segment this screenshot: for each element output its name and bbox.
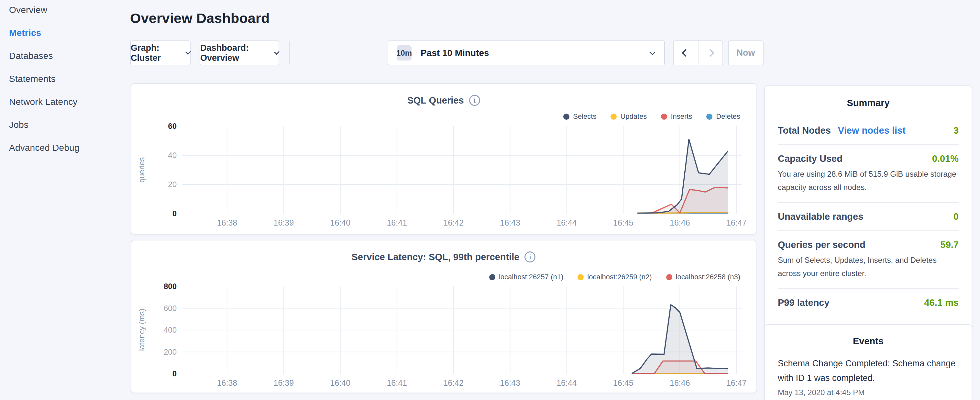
- events-title: Events: [778, 325, 959, 348]
- sidebar-item-jobs[interactable]: Jobs: [9, 120, 126, 130]
- page-title: Overview Dashboard: [130, 10, 269, 26]
- y-tick-label: 0: [172, 369, 177, 378]
- x-tick-label: 16:42: [443, 218, 464, 228]
- chart-title: SQL Queries: [407, 95, 464, 106]
- info-icon[interactable]: i: [525, 252, 535, 263]
- chevron-down-icon: [649, 49, 655, 55]
- x-tick-label: 16:45: [613, 378, 633, 388]
- x-tick-label: 16:44: [557, 218, 577, 228]
- sidebar-item-statements[interactable]: Statements: [9, 74, 126, 84]
- y-axis-ticks: 0200400600800: [141, 287, 177, 374]
- x-tick-label: 16:47: [726, 218, 747, 228]
- summary-rows: Total NodesView nodes list3Capacity Used…: [778, 117, 959, 317]
- chevron-down-icon: [185, 49, 191, 55]
- legend-item: Deletes: [706, 112, 740, 121]
- time-window-selector[interactable]: 10m Past 10 Minutes: [388, 40, 665, 65]
- sidebar-item-overview[interactable]: Overview: [9, 5, 126, 15]
- legend-label: localhost:26258 (n3): [676, 273, 740, 281]
- summary-row: P99 latency46.1 ms: [778, 289, 959, 317]
- service-latency-plot[interactable]: [182, 287, 741, 374]
- summary-row-value: 0: [953, 211, 959, 222]
- summary-row-head: Unavailable ranges0: [778, 211, 959, 222]
- legend-dot: [578, 274, 584, 280]
- legend-dot: [666, 274, 672, 280]
- dashboard-dropdown-label: Dashboard: Overview: [200, 43, 269, 63]
- chevron-down-icon: [274, 49, 280, 55]
- time-window-label: Past 10 Minutes: [421, 48, 489, 58]
- sidebar-item-network-latency[interactable]: Network Latency: [9, 97, 126, 107]
- x-tick-label: 16:44: [557, 378, 577, 388]
- events-panel: Events Schema Change Completed: Schema c…: [764, 324, 972, 400]
- summary-row: Queries per second59.7Sum of Selects, Up…: [778, 231, 959, 288]
- summary-row-head: Queries per second59.7: [778, 239, 959, 250]
- dashboard-dropdown[interactable]: Dashboard: Overview: [200, 40, 279, 65]
- summary-row-label: Unavailable ranges: [778, 211, 863, 222]
- x-tick-label: 16:46: [670, 218, 690, 228]
- service-latency-chart-card: Service Latency: SQL, 99th percentile i …: [131, 240, 756, 393]
- legend-dot: [661, 113, 667, 120]
- x-tick-label: 16:43: [500, 218, 520, 228]
- sidebar-item-advanced-debug[interactable]: Advanced Debug: [9, 143, 126, 153]
- sql-queries-chart-card: SQL Queries i SelectsUpdatesInsertsDelet…: [131, 83, 756, 234]
- summary-row: Total NodesView nodes list3: [778, 117, 959, 144]
- info-icon[interactable]: i: [469, 95, 480, 106]
- now-button[interactable]: Now: [728, 40, 764, 65]
- legend-dot: [563, 113, 570, 120]
- summary-row-label: P99 latency: [778, 297, 830, 308]
- summary-row-head: P99 latency46.1 ms: [778, 297, 959, 308]
- chart-legend: SelectsUpdatesInsertsDeletes: [563, 112, 740, 121]
- summary-row-description: You are using 28.6 MiB of 515.9 GiB usab…: [778, 167, 959, 194]
- view-nodes-list-link[interactable]: View nodes list: [838, 125, 905, 136]
- controls-divider: [289, 41, 290, 64]
- app-root: OverviewMetricsDatabasesStatementsNetwor…: [0, 0, 980, 400]
- x-tick-label: 16:40: [330, 218, 351, 228]
- time-next-button[interactable]: [698, 41, 723, 65]
- legend-item: Selects: [563, 112, 596, 121]
- summary-row: Capacity Used0.01%You are using 28.6 MiB…: [778, 145, 959, 202]
- summary-row-label: Total Nodes: [778, 125, 831, 136]
- legend-label: Inserts: [671, 112, 692, 121]
- y-tick-label: 200: [164, 347, 177, 357]
- sidebar-item-databases[interactable]: Databases: [9, 51, 126, 61]
- y-axis-ticks: 0204060: [141, 126, 177, 214]
- y-tick-label: 0: [172, 209, 177, 218]
- summary-panel: Summary Total NodesView nodes list3Capac…: [764, 85, 972, 330]
- x-tick-label: 16:47: [726, 378, 747, 388]
- events-list: Schema Change Completed: Schema change w…: [778, 356, 959, 397]
- service-latency-svg: [182, 287, 741, 374]
- series-area-localhost-26257-n1-: [632, 305, 728, 374]
- sidebar-item-metrics[interactable]: Metrics: [9, 28, 126, 38]
- series-area-selects: [637, 139, 728, 214]
- sql-queries-plot[interactable]: [182, 126, 741, 214]
- time-nav: [673, 40, 723, 65]
- time-prev-button[interactable]: [674, 41, 698, 65]
- legend-item: localhost:26259 (n2): [578, 273, 652, 281]
- x-tick-label: 16:43: [500, 378, 520, 388]
- summary-row-value: 3: [953, 125, 959, 136]
- legend-dot: [611, 113, 617, 120]
- sql-queries-svg: [182, 126, 741, 214]
- summary-row-head: Capacity Used0.01%: [778, 153, 959, 164]
- summary-row-head: Total NodesView nodes list3: [778, 125, 959, 136]
- graph-dropdown[interactable]: Graph: Cluster: [130, 40, 191, 65]
- y-tick-label: 800: [164, 282, 177, 291]
- x-tick-label: 16:39: [274, 218, 294, 228]
- y-tick-label: 20: [168, 180, 177, 189]
- summary-row-description: Sum of Selects, Updates, Inserts, and De…: [778, 253, 959, 280]
- chevron-left-icon: [682, 49, 689, 57]
- legend-item: Inserts: [661, 112, 692, 121]
- sidebar-nav: OverviewMetricsDatabasesStatementsNetwor…: [9, 5, 126, 166]
- x-tick-label: 16:40: [330, 378, 351, 388]
- summary-row-label: Queries per second: [778, 239, 865, 250]
- summary-row-value: 46.1 ms: [924, 297, 959, 308]
- summary-title: Summary: [778, 86, 959, 117]
- y-tick-label: 40: [168, 151, 177, 160]
- legend-dot: [489, 274, 495, 280]
- summary-row-label: Capacity Used: [778, 153, 843, 164]
- x-tick-label: 16:41: [387, 218, 407, 228]
- x-tick-label: 16:41: [387, 378, 407, 388]
- summary-row: Unavailable ranges0: [778, 203, 959, 230]
- x-tick-label: 16:39: [274, 378, 294, 388]
- legend-label: localhost:26257 (n1): [499, 273, 563, 281]
- chart-legend: localhost:26257 (n1)localhost:26259 (n2)…: [489, 273, 740, 281]
